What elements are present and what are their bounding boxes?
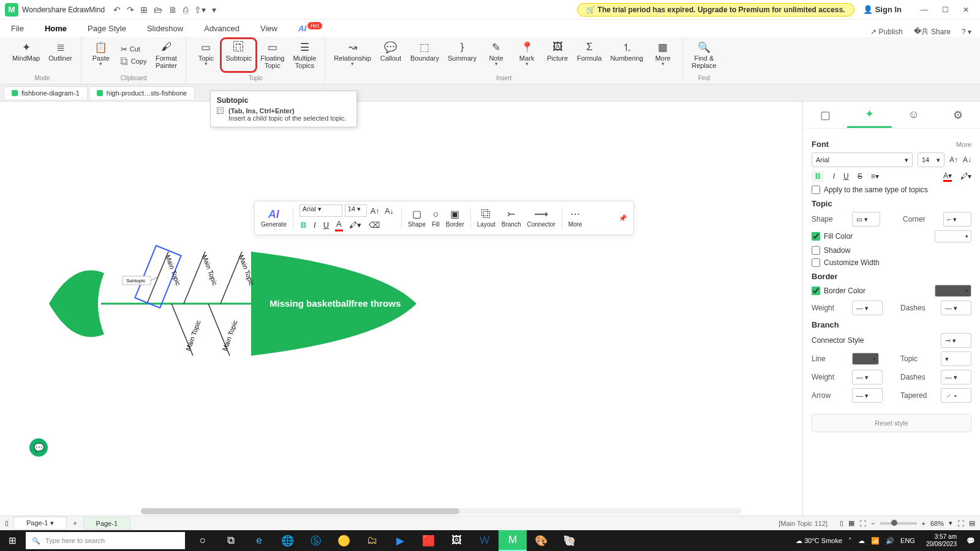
zoom-out-button[interactable]: − <box>871 520 875 527</box>
menu-view[interactable]: View <box>258 21 280 37</box>
paste-button[interactable]: 📋Paste▾ <box>86 39 116 71</box>
formula-button[interactable]: ΣFormula <box>573 39 605 67</box>
sp-italic[interactable]: I <box>833 172 835 181</box>
sp-line-color[interactable]: ▾ <box>852 353 879 365</box>
publish-button[interactable]: ↗ Publish <box>870 28 903 36</box>
fill-tool-button[interactable]: ○Fill <box>432 209 440 228</box>
doc-tab-2[interactable]: high-product…sts-fishbone <box>89 86 195 99</box>
sp-tab-icon[interactable]: ☺ <box>892 102 936 128</box>
menu-page-style[interactable]: Page Style <box>85 21 129 37</box>
start-button[interactable]: ⊞ <box>0 530 24 551</box>
bold-button[interactable]: B <box>300 219 307 231</box>
picture-button[interactable]: 🖼Picture <box>543 39 572 67</box>
minimize-button[interactable]: — <box>915 4 933 16</box>
tray-onedrive-icon[interactable]: ☁ <box>858 537 865 545</box>
underline-button[interactable]: U <box>322 219 330 231</box>
tb-taskview-icon[interactable]: ⧉ <box>217 530 245 551</box>
sp-fontcolor[interactable]: A▾ <box>943 171 952 182</box>
sp-underline[interactable]: U <box>843 172 849 181</box>
sp-apply-same[interactable]: Apply to the same type of topics <box>812 186 971 194</box>
bone-5[interactable]: Main Topic <box>221 319 239 352</box>
horizontal-scrollbar[interactable] <box>141 508 741 514</box>
shape-tool-button[interactable]: ▢Shape <box>408 209 426 228</box>
sp-branch-topic[interactable]: ▾ <box>941 351 971 366</box>
sp-font-family[interactable]: Arial▾ <box>812 152 913 167</box>
sp-bordercolor-check[interactable]: Border Color▾ <box>812 285 971 297</box>
font-color-button[interactable]: A <box>335 218 343 231</box>
multiple-topics-button[interactable]: ☰Multiple Topics <box>289 39 320 71</box>
more-tool-button[interactable]: ⋯More <box>568 209 582 228</box>
italic-button[interactable]: I <box>312 219 317 231</box>
tb-paint-icon[interactable]: 🎨 <box>527 530 555 551</box>
sp-fillcolor-swatch[interactable]: ▾ <box>935 230 971 242</box>
tray-lang-icon[interactable]: ENG <box>900 537 915 544</box>
sp-branch-weight[interactable]: — ▾ <box>852 370 883 384</box>
export-icon[interactable]: ⇪▾ <box>194 5 206 15</box>
menu-advanced[interactable]: Advanced <box>202 21 242 37</box>
font-family-select[interactable]: Arial ▾ <box>300 204 342 217</box>
sp-customize-check[interactable]: Customize Width <box>812 258 971 267</box>
shrink-font-icon[interactable]: A↓ <box>963 156 971 164</box>
shrink-font-icon[interactable]: A↓ <box>383 205 395 217</box>
numbering-button[interactable]: ⒈Numbering <box>606 39 647 67</box>
view-mode-2-icon[interactable]: ▦ <box>848 519 854 527</box>
highlight-button[interactable]: 🖍▾ <box>348 219 363 231</box>
summary-button[interactable]: }Summary <box>444 39 480 67</box>
menu-file[interactable]: File <box>9 21 26 37</box>
redo-icon[interactable]: ↷ <box>127 5 134 15</box>
tb-zoom-icon[interactable]: ▶ <box>386 530 414 551</box>
clear-format-button[interactable]: ⌫ <box>368 219 381 231</box>
connector-tool-button[interactable]: ⟿Connector <box>527 209 555 228</box>
find-replace-button[interactable]: 🔍Find & Replace <box>688 39 720 71</box>
sp-highlight[interactable]: 🖍▾ <box>960 172 971 181</box>
sp-branch-dashes[interactable]: — ▾ <box>941 370 971 384</box>
sp-tapered-sel[interactable]: ⟋ ▾ <box>941 388 971 403</box>
format-painter-button[interactable]: 🖌Format Painter <box>151 39 181 71</box>
undo-icon[interactable]: ↶ <box>113 5 121 15</box>
tb-explorer-icon[interactable]: 🗂 <box>358 530 386 551</box>
central-topic[interactable]: Missing basketballfree throws <box>270 298 401 309</box>
sp-font-more[interactable]: More <box>956 141 971 148</box>
tb-edrawmind-icon[interactable]: M <box>499 530 527 551</box>
ai-generate-button[interactable]: AIGenerate <box>261 208 287 228</box>
floating-topic-button[interactable]: ▭Floating Topic <box>257 39 288 71</box>
menu-ai[interactable]: AIHot <box>296 21 325 37</box>
tb-chrome-icon[interactable]: 🟡 <box>330 530 358 551</box>
sp-tab-format[interactable]: ✦ <box>847 102 891 128</box>
zoom-in-button[interactable]: + <box>922 520 925 527</box>
add-page-button[interactable]: ＋ <box>72 519 78 528</box>
page-tab-2[interactable]: Page-1 <box>83 517 130 530</box>
outline-toggle-icon[interactable]: ▯ <box>5 519 9 527</box>
sp-bordercolor-swatch[interactable]: ▾ <box>935 285 971 297</box>
new-icon[interactable]: ⊞ <box>140 5 148 15</box>
topic-button[interactable]: ▭Topic▾ <box>191 39 221 71</box>
maximize-button[interactable]: ☐ <box>936 4 954 16</box>
page-tab-1[interactable]: Page-1 ▾ <box>13 517 67 530</box>
subtopic-button[interactable]: ⿵Subtopic <box>222 39 255 71</box>
print-icon[interactable]: ⎙ <box>183 5 188 15</box>
signin-button[interactable]: 👤 Sign In <box>863 5 902 14</box>
help-button[interactable]: ? ▾ <box>962 28 971 36</box>
tray-volume-icon[interactable]: 🔊 <box>886 537 894 545</box>
bone-4[interactable]: Main Topic <box>184 319 202 352</box>
tb-app2-icon[interactable]: 🐚 <box>555 530 583 551</box>
weather-widget[interactable]: ☁ 30°C Smoke <box>796 537 842 545</box>
mindmap-mode-button[interactable]: ✦MindMap <box>9 39 43 64</box>
reset-style-button[interactable]: Reset style <box>812 414 971 432</box>
mark-button[interactable]: 📍Mark▾ <box>512 39 541 67</box>
cut-button[interactable]: ✂Cut <box>117 43 151 55</box>
tb-app1-icon[interactable]: 🟥 <box>414 530 442 551</box>
tray-chevron-icon[interactable]: ˄ <box>848 537 852 545</box>
border-tool-button[interactable]: ▣Border <box>446 209 464 228</box>
grow-font-icon[interactable]: A↑ <box>369 205 381 217</box>
doc-tab-1[interactable]: fishbone-diagram-1 <box>4 86 88 99</box>
boundary-button[interactable]: ⬚Boundary <box>407 39 443 67</box>
subtopic-node[interactable]: Subtopic <box>126 278 145 283</box>
save-icon[interactable]: 🗎 <box>168 5 177 15</box>
sp-arrow-sel[interactable]: — ▾ <box>852 388 883 403</box>
sp-shape-sel[interactable]: ▭ ▾ <box>852 212 880 227</box>
tb-word-icon[interactable]: W <box>470 530 499 551</box>
trial-banner[interactable]: 🛒 The trial period has expired. Upgrade … <box>577 3 854 17</box>
font-size-select[interactable]: 14 ▾ <box>345 204 367 217</box>
sp-strike[interactable]: S <box>858 172 862 181</box>
